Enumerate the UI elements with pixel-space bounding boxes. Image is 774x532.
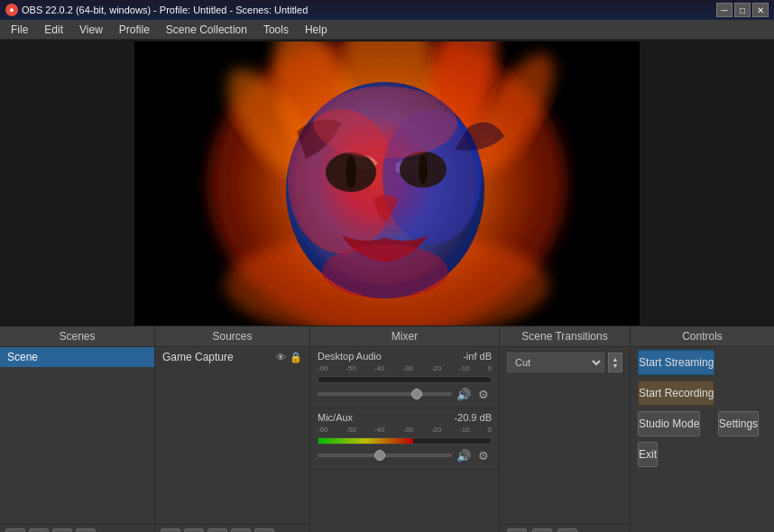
controls-panel: Controls Start Streaming Start Recording…	[631, 326, 774, 532]
source-move-down-button[interactable]: ∨	[254, 528, 274, 532]
scene-remove-button[interactable]: −	[29, 528, 49, 532]
lock-icon[interactable]: 🔒	[290, 352, 302, 363]
source-add-button[interactable]: +	[161, 528, 180, 532]
sources-header: Sources	[155, 326, 309, 347]
mixer-channel-mic-level: -20.9 dB	[454, 412, 492, 423]
mixer-channel-desktop: Desktop Audio -inf dB -60-50-40-30-20-10…	[310, 347, 499, 408]
sources-panel: Sources Game Capture 👁 🔒 + − ⚙ ∧ ∨	[155, 326, 310, 532]
mixer-mic-scale: -60-50-40-30-20-100	[318, 426, 492, 434]
close-button[interactable]: ✕	[752, 3, 769, 17]
minimize-button[interactable]: ─	[716, 3, 733, 17]
mixer-mic-slider[interactable]	[318, 454, 452, 457]
sources-list: Game Capture 👁 🔒	[155, 347, 309, 524]
menu-help[interactable]: Help	[298, 22, 335, 38]
eye-icon[interactable]: 👁	[276, 352, 286, 363]
title-bar-left: ● OBS 22.0.2 (64-bit, windows) - Profile…	[5, 4, 308, 16]
menu-edit[interactable]: Edit	[37, 22, 70, 38]
menu-file[interactable]: File	[4, 22, 35, 38]
mixer-mic-mute-button[interactable]: 🔊	[456, 447, 472, 463]
scenes-footer: + − ∧ ∨	[0, 524, 154, 532]
preview-area	[0, 40, 774, 326]
mixer-desktop-mute-button[interactable]: 🔊	[456, 386, 472, 402]
svg-point-17	[295, 85, 475, 283]
scenes-panel: Scenes Scene + − ∧ ∨	[0, 326, 155, 532]
transition-add-button[interactable]: +	[507, 528, 527, 532]
mixer-mic-controls: 🔊 ⚙	[318, 447, 492, 463]
preview-canvas	[134, 41, 640, 326]
mixer-channel-desktop-name: Desktop Audio	[318, 351, 382, 362]
mixer-channel-desktop-level: -inf dB	[463, 351, 492, 362]
controls-header: Controls	[631, 326, 774, 347]
sources-footer: + − ⚙ ∧ ∨	[155, 524, 309, 532]
transitions-header: Scene Transitions	[500, 326, 630, 347]
transition-select-row: Cut Fade Swipe ▲ ▼	[500, 347, 630, 378]
scene-move-up-button[interactable]: ∧	[52, 528, 72, 532]
mixer-header: Mixer	[310, 326, 499, 347]
mixer-desktop-settings-button[interactable]: ⚙	[475, 386, 492, 402]
source-item[interactable]: Game Capture 👁 🔒	[155, 347, 309, 367]
source-item-icons: 👁 🔒	[276, 352, 302, 363]
start-streaming-button[interactable]: Start Streaming	[638, 350, 714, 375]
mixer-mic-thumb	[374, 450, 385, 461]
transition-settings-button[interactable]: ⚙	[557, 528, 577, 532]
transitions-footer: + − ⚙	[500, 524, 630, 532]
mixer-desktop-slider[interactable]	[318, 392, 452, 396]
source-move-up-button[interactable]: ∧	[231, 528, 251, 532]
mixer-channels: Desktop Audio -inf dB -60-50-40-30-20-10…	[310, 347, 499, 532]
transitions-content: Cut Fade Swipe ▲ ▼	[500, 347, 630, 524]
settings-button[interactable]: Settings	[718, 411, 759, 436]
title-bar-text: OBS 22.0.2 (64-bit, windows) - Profile: …	[22, 5, 308, 15]
menu-tools[interactable]: Tools	[256, 22, 296, 38]
menu-view[interactable]: View	[72, 22, 110, 38]
transition-remove-button[interactable]: −	[532, 528, 552, 532]
transition-arrow-button[interactable]: ▲ ▼	[608, 353, 622, 372]
transition-select[interactable]: Cut Fade Swipe	[507, 353, 604, 372]
title-bar-controls[interactable]: ─ □ ✕	[716, 3, 769, 17]
scenes-list: Scene	[0, 347, 154, 524]
mixer-desktop-scale: -60-50-40-30-20-100	[318, 364, 492, 372]
obs-icon: ●	[5, 4, 18, 16]
studio-mode-button[interactable]: Studio Mode	[638, 411, 700, 436]
source-item-label: Game Capture	[162, 351, 234, 363]
title-bar: ● OBS 22.0.2 (64-bit, windows) - Profile…	[0, 0, 774, 20]
mixer-channel-mic-name: Mic/Aux	[318, 412, 353, 423]
scene-move-down-button[interactable]: ∨	[76, 528, 96, 532]
mixer-panel: Mixer Desktop Audio -inf dB -60-50-40-30…	[310, 326, 500, 532]
source-properties-button[interactable]: ⚙	[207, 528, 227, 532]
mixer-channel-desktop-header: Desktop Audio -inf dB	[318, 351, 492, 362]
mixer-channel-mic: Mic/Aux -20.9 dB -60-50-40-30-20-100 🔊	[310, 408, 499, 470]
menu-scene-collection[interactable]: Scene Collection	[159, 22, 254, 38]
mixer-mic-fill	[318, 438, 413, 444]
scenes-header: Scenes	[0, 326, 154, 347]
menu-bar: File Edit View Profile Scene Collection …	[0, 20, 774, 40]
scene-item[interactable]: Scene	[0, 347, 154, 367]
start-recording-button[interactable]: Start Recording	[638, 381, 714, 406]
source-remove-button[interactable]: −	[184, 528, 204, 532]
mixer-desktop-controls: 🔊 ⚙	[318, 386, 492, 402]
mixer-desktop-thumb	[411, 389, 422, 399]
maximize-button[interactable]: □	[734, 3, 751, 17]
mixer-channel-mic-header: Mic/Aux -20.9 dB	[318, 412, 492, 423]
bottom-panel: Scenes Scene + − ∧ ∨ Sources Game Captur…	[0, 326, 774, 532]
panels-container: Scenes Scene + − ∧ ∨ Sources Game Captur…	[0, 326, 774, 532]
mixer-mic-level-bar	[318, 437, 492, 445]
mixer-mic-settings-button[interactable]: ⚙	[475, 447, 492, 463]
menu-profile[interactable]: Profile	[112, 22, 157, 38]
transitions-panel: Scene Transitions Cut Fade Swipe ▲ ▼ + −	[500, 326, 631, 532]
exit-button[interactable]: Exit	[638, 442, 658, 467]
mixer-desktop-level-bar	[318, 376, 492, 383]
scene-add-button[interactable]: +	[5, 528, 25, 532]
controls-buttons: Start Streaming Start Recording Studio M…	[631, 347, 774, 532]
